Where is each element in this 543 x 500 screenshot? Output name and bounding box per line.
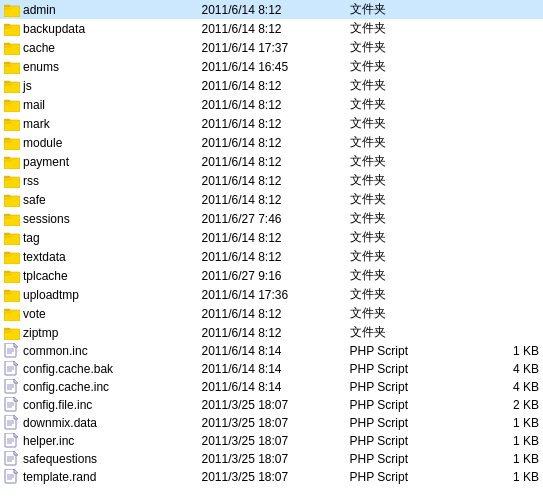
list-item[interactable]: config.cache.inc2011/6/14 8:14PHP Script… bbox=[0, 378, 543, 396]
item-type: 文件夹 bbox=[346, 304, 469, 323]
item-date: 2011/6/14 8:14 bbox=[197, 360, 345, 378]
list-item[interactable]: mail2011/6/14 8:12文件夹 bbox=[0, 95, 543, 114]
list-item[interactable]: tplcache2011/6/27 9:16文件夹 bbox=[0, 266, 543, 285]
list-item[interactable]: template.rand2011/3/25 18:07PHP Script1 … bbox=[0, 468, 543, 486]
item-name: js bbox=[0, 76, 197, 95]
item-size bbox=[469, 228, 543, 247]
svg-rect-14 bbox=[4, 81, 10, 83]
list-item[interactable]: js2011/6/14 8:12文件夹 bbox=[0, 76, 543, 95]
list-item[interactable]: backupdata2011/6/14 8:12文件夹 bbox=[0, 19, 543, 38]
item-date: 2011/6/14 17:37 bbox=[197, 38, 345, 57]
svg-rect-11 bbox=[4, 62, 10, 64]
list-item[interactable]: ziptmp2011/6/14 8:12文件夹 bbox=[0, 323, 543, 342]
item-type: 文件夹 bbox=[346, 95, 469, 114]
list-item[interactable]: cache2011/6/14 17:37文件夹 bbox=[0, 38, 543, 57]
item-size bbox=[469, 0, 543, 19]
list-item[interactable]: payment2011/6/14 8:12文件夹 bbox=[0, 152, 543, 171]
item-type: 文件夹 bbox=[346, 57, 469, 76]
item-name: helper.inc bbox=[0, 432, 197, 450]
svg-rect-53 bbox=[4, 328, 10, 330]
item-type: 文件夹 bbox=[346, 266, 469, 285]
list-item[interactable]: safequestions2011/3/25 18:07PHP Script1 … bbox=[0, 450, 543, 468]
list-item[interactable]: admin2011/6/14 8:12文件夹 bbox=[0, 0, 543, 19]
item-name: template.rand bbox=[0, 468, 197, 486]
folder-icon bbox=[4, 212, 20, 226]
item-type: 文件夹 bbox=[346, 228, 469, 247]
item-type: 文件夹 bbox=[346, 247, 469, 266]
item-size bbox=[469, 57, 543, 76]
item-name: config.cache.bak bbox=[0, 360, 197, 378]
svg-rect-2 bbox=[4, 5, 10, 7]
list-item[interactable]: mark2011/6/14 8:12文件夹 bbox=[0, 114, 543, 133]
item-size bbox=[469, 190, 543, 209]
item-size: 1 KB bbox=[469, 432, 543, 450]
svg-rect-50 bbox=[4, 309, 10, 311]
item-type: 文件夹 bbox=[346, 190, 469, 209]
item-type: 文件夹 bbox=[346, 209, 469, 228]
svg-rect-47 bbox=[4, 290, 10, 292]
folder-icon bbox=[4, 136, 20, 150]
list-item[interactable]: uploadtmp2011/6/14 17:36文件夹 bbox=[0, 285, 543, 304]
item-type: 文件夹 bbox=[346, 133, 469, 152]
php-file-icon bbox=[4, 343, 20, 359]
list-item[interactable]: safe2011/6/14 8:12文件夹 bbox=[0, 190, 543, 209]
item-size bbox=[469, 247, 543, 266]
item-name: admin bbox=[0, 0, 197, 19]
item-name: payment bbox=[0, 152, 197, 171]
php-file-icon bbox=[4, 433, 20, 449]
list-item[interactable]: textdata2011/6/14 8:12文件夹 bbox=[0, 247, 543, 266]
folder-icon bbox=[4, 60, 20, 74]
php-file-icon bbox=[4, 469, 20, 485]
item-size: 1 KB bbox=[469, 450, 543, 468]
item-date: 2011/3/25 18:07 bbox=[197, 414, 345, 432]
php-file-icon bbox=[4, 361, 20, 377]
svg-rect-44 bbox=[4, 271, 10, 273]
item-name: tplcache bbox=[0, 266, 197, 285]
item-name: config.file.inc bbox=[0, 396, 197, 414]
item-name: safequestions bbox=[0, 450, 197, 468]
folder-icon bbox=[4, 269, 20, 283]
item-date: 2011/6/14 8:14 bbox=[197, 378, 345, 396]
list-item[interactable]: module2011/6/14 8:12文件夹 bbox=[0, 133, 543, 152]
item-type: 文件夹 bbox=[346, 114, 469, 133]
list-item[interactable]: common.inc2011/6/14 8:14PHP Script1 KB bbox=[0, 342, 543, 360]
item-size bbox=[469, 285, 543, 304]
item-size bbox=[469, 266, 543, 285]
item-name: mark bbox=[0, 114, 197, 133]
item-size bbox=[469, 114, 543, 133]
folder-icon bbox=[4, 98, 20, 112]
list-item[interactable]: helper.inc2011/3/25 18:07PHP Script1 KB bbox=[0, 432, 543, 450]
list-item[interactable]: config.file.inc2011/3/25 18:07PHP Script… bbox=[0, 396, 543, 414]
item-name: mail bbox=[0, 95, 197, 114]
folder-icon bbox=[4, 41, 20, 55]
item-name: vote bbox=[0, 304, 197, 323]
list-item[interactable]: sessions2011/6/27 7:46文件夹 bbox=[0, 209, 543, 228]
item-name: module bbox=[0, 133, 197, 152]
item-type: 文件夹 bbox=[346, 152, 469, 171]
svg-rect-20 bbox=[4, 119, 10, 121]
list-item[interactable]: vote2011/6/14 8:12文件夹 bbox=[0, 304, 543, 323]
item-size bbox=[469, 95, 543, 114]
item-type: PHP Script bbox=[346, 450, 469, 468]
item-type: PHP Script bbox=[346, 432, 469, 450]
item-date: 2011/6/14 8:12 bbox=[197, 133, 345, 152]
item-type: 文件夹 bbox=[346, 0, 469, 19]
item-type: PHP Script bbox=[346, 468, 469, 486]
svg-rect-41 bbox=[4, 252, 10, 254]
item-name: backupdata bbox=[0, 19, 197, 38]
svg-rect-8 bbox=[4, 43, 10, 45]
item-type: PHP Script bbox=[346, 360, 469, 378]
list-item[interactable]: tag2011/6/14 8:12文件夹 bbox=[0, 228, 543, 247]
item-type: PHP Script bbox=[346, 396, 469, 414]
list-item[interactable]: enums2011/6/14 16:45文件夹 bbox=[0, 57, 543, 76]
item-date: 2011/6/14 8:12 bbox=[197, 152, 345, 171]
item-date: 2011/6/14 8:12 bbox=[197, 95, 345, 114]
list-item[interactable]: config.cache.bak2011/6/14 8:14PHP Script… bbox=[0, 360, 543, 378]
folder-icon bbox=[4, 155, 20, 169]
list-item[interactable]: downmix.data2011/3/25 18:07PHP Script1 K… bbox=[0, 414, 543, 432]
php-file-icon bbox=[4, 451, 20, 467]
folder-icon bbox=[4, 326, 20, 340]
item-name: tag bbox=[0, 228, 197, 247]
item-name: enums bbox=[0, 57, 197, 76]
list-item[interactable]: rss2011/6/14 8:12文件夹 bbox=[0, 171, 543, 190]
